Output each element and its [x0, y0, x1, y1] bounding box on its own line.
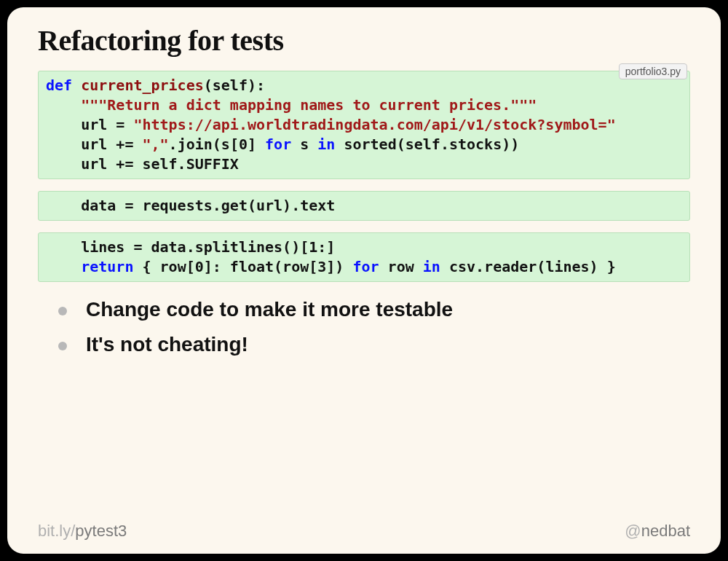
code-block-3: lines = data.splitlines()[1:] return { r… [38, 232, 690, 282]
footer-right-prefix: @ [625, 522, 641, 540]
code-section: portfolio3.py def current_prices(self): … [38, 71, 690, 282]
footer: bit.ly/pytest3 @nedbat [38, 522, 690, 541]
file-badge: portfolio3.py [619, 63, 687, 79]
code-block-1: def current_prices(self): """Return a di… [38, 71, 690, 179]
page-title: Refactoring for tests [38, 23, 690, 58]
list-item: Change code to make it more testable [58, 298, 690, 321]
footer-left-main: pytest3 [75, 522, 127, 540]
slide: Refactoring for tests portfolio3.py def … [7, 7, 721, 554]
footer-left-prefix: bit.ly/ [38, 522, 75, 540]
list-item: It's not cheating! [58, 333, 690, 356]
bullet-list: Change code to make it more testable It'… [38, 298, 690, 356]
footer-left: bit.ly/pytest3 [38, 522, 127, 541]
code-block-2: data = requests.get(url).text [38, 191, 690, 221]
footer-right-main: nedbat [641, 522, 690, 540]
footer-right: @nedbat [625, 522, 690, 541]
